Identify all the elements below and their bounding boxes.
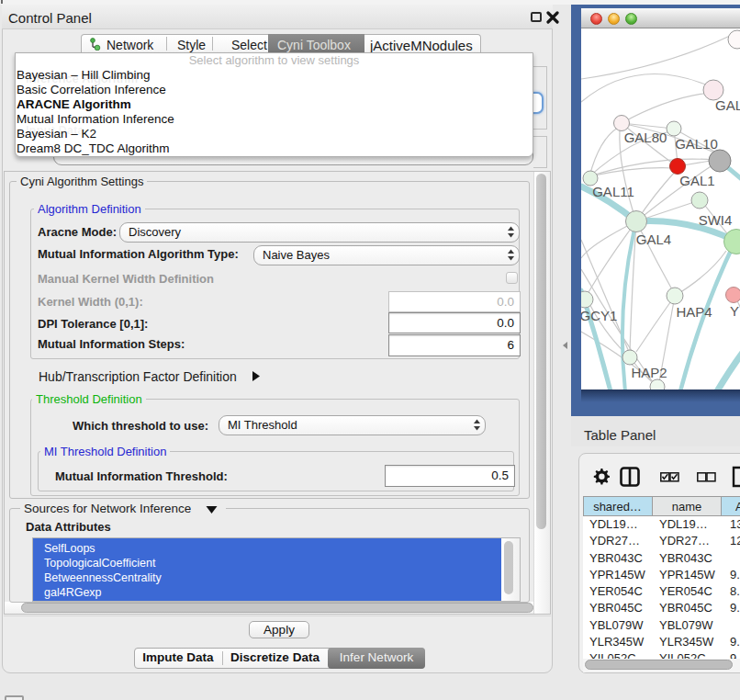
- svg-text:GCY1: GCY1: [581, 308, 617, 323]
- svg-text:GAL80: GAL80: [624, 130, 667, 145]
- svg-text:GAL4: GAL4: [636, 231, 671, 247]
- svg-text:HAP4: HAP4: [676, 304, 712, 320]
- svg-text:GAL6: GAL6: [715, 97, 740, 113]
- svg-text:GAL10: GAL10: [675, 136, 718, 152]
- svg-text:Y: Y: [730, 303, 739, 319]
- svg-text:HAP2: HAP2: [631, 365, 667, 380]
- svg-text:SWI4: SWI4: [699, 212, 733, 228]
- svg-text:GAL11: GAL11: [592, 184, 634, 199]
- svg-text:GAL1: GAL1: [679, 173, 714, 188]
